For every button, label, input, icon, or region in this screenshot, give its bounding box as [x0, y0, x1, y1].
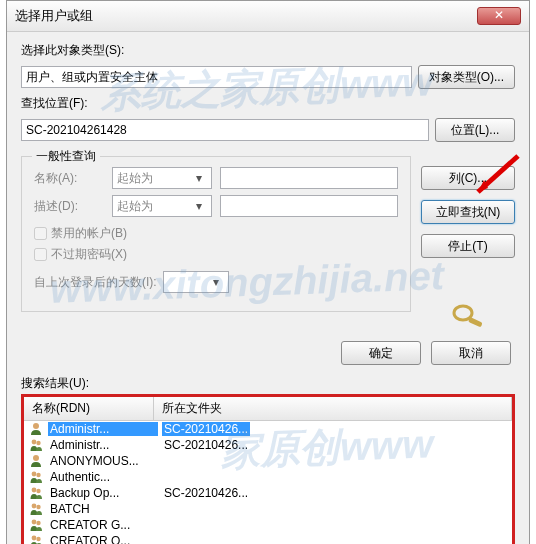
disabled-accounts-checkbox[interactable]: 禁用的帐户(B) — [34, 225, 398, 242]
column-folder[interactable]: 所在文件夹 — [154, 397, 512, 420]
user-icon — [28, 454, 44, 468]
item-name: ANONYMOUS... — [48, 454, 158, 468]
list-item[interactable]: Administr...SC-20210426... — [24, 421, 512, 437]
svg-point-13 — [36, 521, 40, 525]
svg-point-2 — [33, 423, 39, 429]
dialog: 选择用户或组 ✕ 选择此对象类型(S): 对象类型(O)... 查找位置(F):… — [6, 0, 530, 544]
cancel-button[interactable]: 取消 — [431, 341, 511, 365]
results-header: 名称(RDN) 所在文件夹 — [24, 397, 512, 421]
list-item[interactable]: CREATOR O... — [24, 533, 512, 544]
item-location: SC-20210426... — [162, 422, 250, 436]
desc-label: 描述(D): — [34, 198, 104, 215]
desc-mode-select[interactable]: 起始为▾ — [112, 195, 212, 217]
search-icon — [448, 302, 488, 331]
svg-point-9 — [36, 489, 40, 493]
group-icon — [28, 486, 44, 500]
last-login-label: 自上次登录后的天数(I): — [34, 274, 157, 291]
name-label: 名称(A): — [34, 170, 104, 187]
find-now-button[interactable]: 立即查找(N) — [421, 200, 515, 224]
svg-point-7 — [36, 473, 40, 477]
svg-point-4 — [36, 441, 40, 445]
item-location: SC-20210426... — [162, 486, 250, 500]
group-icon — [28, 518, 44, 532]
chevron-down-icon: ▾ — [191, 171, 207, 185]
group-icon — [28, 470, 44, 484]
last-login-select[interactable]: ▾ — [163, 271, 229, 293]
list-item[interactable]: Authentic... — [24, 469, 512, 485]
list-item[interactable]: Administr...SC-20210426... — [24, 437, 512, 453]
group-icon — [28, 502, 44, 516]
location-label: 查找位置(F): — [21, 95, 88, 112]
list-item[interactable]: CREATOR G... — [24, 517, 512, 533]
svg-point-8 — [32, 488, 37, 493]
item-name: Authentic... — [48, 470, 158, 484]
item-name: CREATOR O... — [48, 534, 158, 544]
desc-input[interactable] — [220, 195, 398, 217]
svg-point-11 — [36, 505, 40, 509]
name-input[interactable] — [220, 167, 398, 189]
object-type-label: 选择此对象类型(S): — [21, 42, 124, 59]
svg-point-3 — [32, 440, 37, 445]
chevron-down-icon: ▾ — [191, 199, 207, 213]
item-name: CREATOR G... — [48, 518, 158, 532]
item-name: Backup Op... — [48, 486, 158, 500]
nonexpiring-password-checkbox[interactable]: 不过期密码(X) — [34, 246, 398, 263]
locations-button[interactable]: 位置(L)... — [435, 118, 515, 142]
stop-button[interactable]: 停止(T) — [421, 234, 515, 258]
columns-button[interactable]: 列(C)... — [421, 166, 515, 190]
svg-point-12 — [32, 520, 37, 525]
item-name: Administr... — [48, 438, 158, 452]
dialog-title: 选择用户或组 — [15, 7, 93, 25]
list-item[interactable]: BATCH — [24, 501, 512, 517]
svg-point-5 — [33, 455, 39, 461]
column-rdn[interactable]: 名称(RDN) — [24, 397, 154, 420]
common-query-group: 一般性查询 名称(A): 起始为▾ 描述(D): 起始为▾ 禁用的帐户(B) 不… — [21, 156, 411, 312]
svg-point-0 — [454, 306, 472, 320]
name-mode-select[interactable]: 起始为▾ — [112, 167, 212, 189]
titlebar: 选择用户或组 ✕ — [7, 1, 529, 32]
search-results-label: 搜索结果(U): — [21, 375, 515, 392]
object-type-input[interactable] — [21, 66, 412, 88]
item-name: Administr... — [48, 422, 158, 436]
svg-rect-1 — [468, 317, 483, 327]
close-button[interactable]: ✕ — [477, 7, 521, 25]
common-query-legend: 一般性查询 — [32, 148, 100, 165]
location-input[interactable] — [21, 119, 429, 141]
list-item[interactable]: ANONYMOUS... — [24, 453, 512, 469]
list-item[interactable]: Backup Op...SC-20210426... — [24, 485, 512, 501]
item-location: SC-20210426... — [162, 438, 250, 452]
group-icon — [28, 534, 44, 544]
svg-point-14 — [32, 536, 37, 541]
chevron-down-icon: ▾ — [208, 275, 224, 289]
svg-point-10 — [32, 504, 37, 509]
item-name: BATCH — [48, 502, 158, 516]
search-results: 名称(RDN) 所在文件夹 Administr...SC-20210426...… — [21, 394, 515, 544]
svg-point-15 — [36, 537, 40, 541]
object-types-button[interactable]: 对象类型(O)... — [418, 65, 515, 89]
ok-button[interactable]: 确定 — [341, 341, 421, 365]
group-icon — [28, 438, 44, 452]
user-icon — [28, 422, 44, 436]
svg-point-6 — [32, 472, 37, 477]
